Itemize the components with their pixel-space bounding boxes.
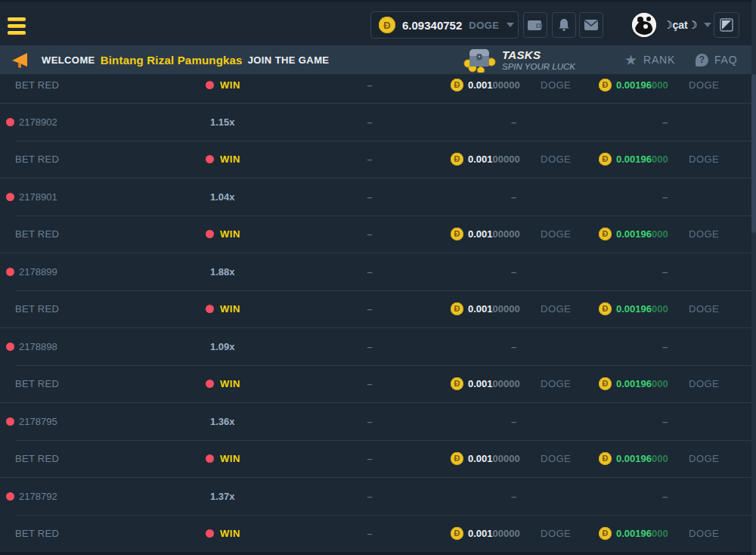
- profit-currency: DOGE: [689, 378, 719, 389]
- question-mark-icon: ?: [696, 54, 708, 67]
- game-id-cell: 2178901: [0, 191, 204, 203]
- result-label: WIN: [220, 378, 240, 389]
- red-dot-icon: [206, 305, 214, 313]
- scrollbar-thumb[interactable]: [751, 74, 756, 233]
- faq-link[interactable]: ? FAQ: [696, 45, 737, 74]
- game-id-cell: 2178795: [0, 416, 204, 427]
- bet-label: BET RED: [15, 303, 59, 315]
- balance-amount: 6.09340752: [402, 19, 462, 32]
- multiplier-value: 1.37x: [210, 491, 235, 502]
- empty-value: –: [367, 303, 372, 315]
- empty-value: –: [511, 341, 516, 352]
- result-cell: WIN: [204, 528, 348, 539]
- red-dot-icon: [6, 118, 14, 126]
- result-label: WIN: [220, 303, 240, 315]
- empty-value: –: [367, 191, 372, 203]
- game-id: 2178795: [19, 416, 57, 427]
- result-label: WIN: [220, 79, 240, 91]
- profit-amount-cell: Đ 0.00196000 DOGE: [575, 527, 756, 540]
- empty-value: –: [367, 528, 372, 539]
- welcome-player-name: Bintang Rizal Pamungkas: [101, 54, 243, 67]
- game-row[interactable]: 2178899 1.88x – – –: [0, 253, 756, 290]
- rank-link[interactable]: ★ RANK: [624, 45, 675, 74]
- bet-label: BET RED: [15, 453, 59, 464]
- chat-toggle-button[interactable]: [714, 12, 739, 38]
- empty-value: –: [662, 266, 668, 278]
- bet-amount-cell: Đ 0.00100000 DOGE: [401, 228, 575, 240]
- bet-row[interactable]: BET RED WIN – Đ 0.00100000 DOGE Đ 0.0019…: [0, 74, 756, 103]
- balance-selector[interactable]: Đ 6.09340752 DOGE: [370, 11, 519, 39]
- game-id-cell: 2178792: [0, 491, 204, 502]
- empty-value: –: [662, 341, 668, 352]
- bet-row[interactable]: BET RED WIN – Đ 0.00100000 DOGE Đ 0.0019…: [0, 141, 756, 178]
- tasks-link[interactable]: TASKS SPIN YOUR LUCK: [463, 45, 575, 74]
- empty-value: –: [511, 491, 516, 502]
- bet-row[interactable]: BET RED WIN – Đ 0.00100000 DOGE Đ 0.0019…: [0, 515, 756, 553]
- top-header: Đ 6.09340752 DOGE: [0, 0, 756, 45]
- game-row[interactable]: 2178902 1.15x – – –: [0, 103, 756, 141]
- result-label: WIN: [220, 453, 240, 464]
- menu-button[interactable]: [8, 17, 38, 38]
- game-row[interactable]: 2178898 1.09x – – –: [0, 327, 756, 365]
- doge-coin-icon: Đ: [451, 377, 463, 390]
- bet-amount: 0.00100000: [468, 528, 533, 539]
- notifications-button[interactable]: [552, 12, 576, 38]
- user-menu[interactable]: ☽çat☽: [632, 11, 711, 39]
- doge-coin-icon: Đ: [451, 527, 463, 540]
- bet-label: BET RED: [15, 528, 59, 539]
- wallet-button[interactable]: [523, 12, 547, 38]
- red-dot-icon: [206, 529, 214, 538]
- profit-amount-cell: Đ 0.00196000 DOGE: [575, 452, 756, 465]
- game-row[interactable]: 2178792 1.37x – – –: [0, 477, 756, 515]
- chat-panel-icon: [720, 18, 733, 32]
- announcement-banner: WELCOME Bintang Rizal Pamungkas JOIN THE…: [0, 45, 756, 74]
- bet-label: BET RED: [15, 378, 59, 389]
- bet-amount-cell: Đ 0.00100000 DOGE: [401, 452, 575, 465]
- result-cell: WIN: [204, 79, 348, 91]
- empty-value: –: [367, 116, 372, 128]
- bet-row[interactable]: BET RED WIN – Đ 0.00100000 DOGE Đ 0.0019…: [0, 440, 756, 478]
- red-dot-icon: [206, 380, 214, 388]
- game-row[interactable]: 2178795 1.36x – – –: [0, 402, 756, 440]
- bet-amount: 0.00100000: [468, 453, 533, 464]
- empty-value: –: [367, 491, 372, 502]
- game-row[interactable]: 2178901 1.04x – – –: [0, 178, 756, 215]
- profit-amount-cell: Đ 0.00196000 DOGE: [575, 302, 756, 315]
- wallet-icon: [527, 17, 544, 33]
- bet-row[interactable]: BET RED WIN – Đ 0.00100000 DOGE Đ 0.0019…: [0, 215, 756, 253]
- bet-row[interactable]: BET RED WIN – Đ 0.00100000 DOGE Đ 0.0019…: [0, 365, 756, 403]
- empty-value: –: [511, 266, 516, 278]
- empty-value: –: [367, 79, 372, 91]
- bet-label-cell: BET RED: [0, 153, 204, 165]
- bet-row[interactable]: BET RED WIN – Đ 0.00100000 DOGE Đ 0.0019…: [0, 290, 756, 328]
- red-dot-icon: [6, 417, 14, 426]
- profit-amount: 0.00196000: [616, 453, 681, 464]
- scrollbar[interactable]: [751, 0, 756, 555]
- bell-icon: [556, 17, 572, 33]
- mail-icon: [584, 19, 599, 31]
- multiplier-cell: 1.88x: [204, 266, 348, 278]
- profit-amount: 0.00196000: [616, 228, 681, 240]
- treasure-chest-icon: [463, 47, 496, 73]
- doge-coin-icon: Đ: [599, 79, 612, 91]
- empty-value: –: [511, 116, 516, 128]
- red-dot-icon: [6, 343, 14, 351]
- red-dot-icon: [206, 155, 214, 163]
- star-icon: ★: [624, 53, 637, 67]
- profit-amount-cell: Đ 0.00196000 DOGE: [575, 153, 756, 166]
- tasks-subtitle: SPIN YOUR LUCK: [502, 62, 575, 71]
- messages-button[interactable]: [579, 12, 603, 38]
- hamburger-icon: [8, 17, 26, 21]
- game-id: 2178901: [19, 191, 57, 203]
- profit-currency: DOGE: [689, 79, 719, 91]
- chevron-down-icon: [507, 23, 514, 27]
- multiplier-value: 1.88x: [210, 266, 235, 278]
- bet-label: BET RED: [15, 153, 59, 165]
- game-id: 2178902: [19, 116, 57, 128]
- bet-amount: 0.00100000: [468, 79, 533, 91]
- multiplier-value: 1.09x: [210, 341, 235, 352]
- bet-amount-cell: Đ 0.00100000 DOGE: [401, 153, 575, 166]
- result-label: WIN: [220, 153, 240, 165]
- empty-value: –: [511, 191, 516, 203]
- profit-currency: DOGE: [689, 303, 719, 315]
